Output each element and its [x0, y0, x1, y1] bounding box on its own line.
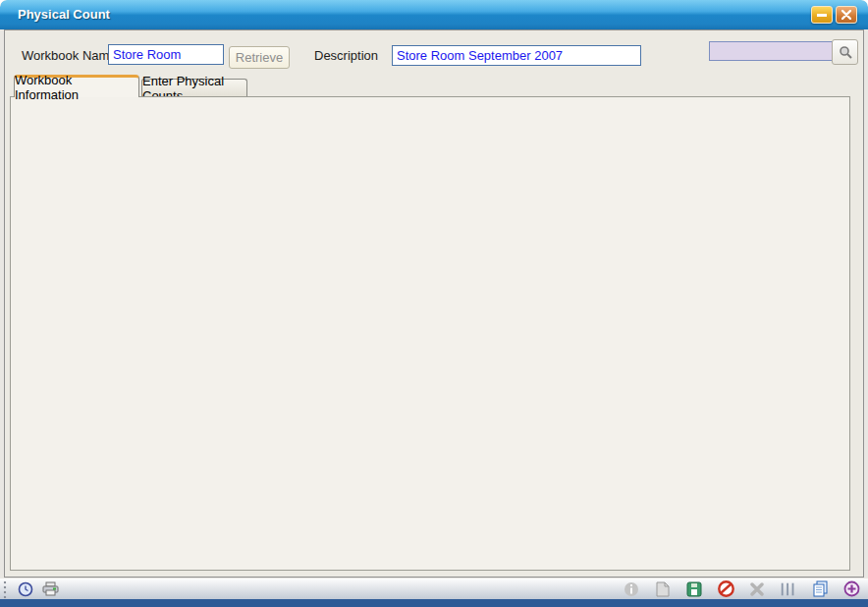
printer-icon[interactable] — [41, 580, 59, 597]
statusbar-right-icons — [616, 580, 868, 597]
tab-enter-physical-counts[interactable]: Enter Physical Counts — [141, 79, 247, 97]
statusbar-grip — [2, 580, 10, 598]
workbook-name-label: Workbook Name — [22, 48, 117, 63]
close-button[interactable] — [836, 6, 857, 24]
delete-x-icon[interactable] — [748, 580, 766, 597]
document-icon[interactable] — [654, 580, 672, 597]
close-icon — [841, 10, 851, 20]
window-title: Physical Count — [18, 7, 110, 22]
workbook-name-input[interactable] — [108, 44, 224, 65]
quick-search-input[interactable] — [709, 41, 833, 61]
window-bottom-edge — [0, 599, 868, 607]
minimize-button[interactable] — [811, 6, 833, 24]
clock-icon[interactable] — [17, 580, 34, 597]
barcode-bars-icon[interactable] — [780, 580, 797, 597]
search-icon — [839, 45, 852, 59]
copy-pages-icon[interactable] — [811, 580, 829, 597]
description-input[interactable] — [392, 45, 641, 66]
statusbar — [0, 579, 868, 599]
retrieve-button[interactable]: Retrieve — [229, 46, 290, 69]
minimize-icon — [817, 14, 827, 17]
titlebar[interactable]: Physical Count — [0, 0, 868, 29]
physical-count-window: Physical Count Workbook Name Retrieve De… — [0, 0, 868, 607]
tab-workbook-information[interactable]: Workbook Information — [14, 75, 139, 97]
cancel-icon[interactable] — [717, 580, 734, 597]
tab-page — [10, 96, 850, 571]
tab-label: Workbook Information — [15, 73, 138, 102]
save-icon[interactable] — [685, 580, 703, 597]
add-circle-icon[interactable] — [842, 580, 860, 597]
description-label: Description — [314, 48, 378, 63]
info-icon[interactable] — [623, 580, 640, 597]
search-button[interactable] — [832, 39, 858, 65]
